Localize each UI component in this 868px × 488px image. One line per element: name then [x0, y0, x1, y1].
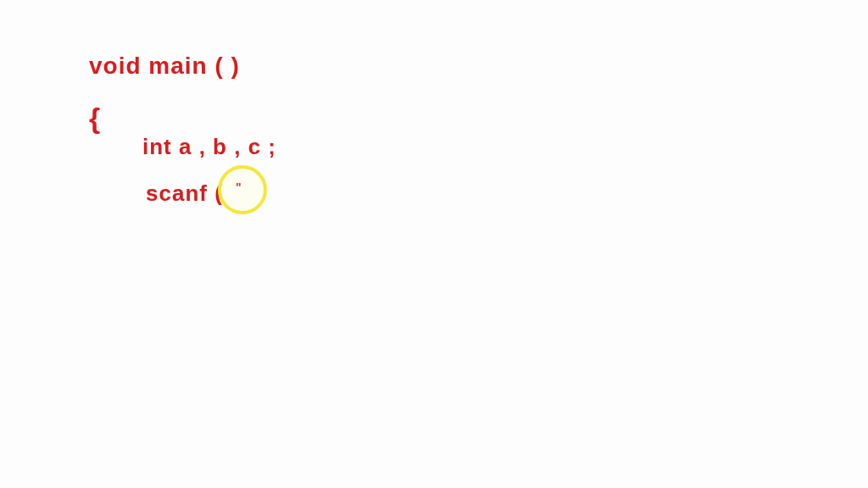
code-line-1: void main ( ): [89, 53, 240, 80]
quote-mark: ": [236, 180, 242, 194]
code-line-2-brace: {: [89, 102, 100, 135]
cursor-highlight-circle: [218, 165, 267, 214]
code-line-4: scanf (: [146, 180, 223, 207]
code-line-3: int a , b , c ;: [142, 134, 276, 160]
